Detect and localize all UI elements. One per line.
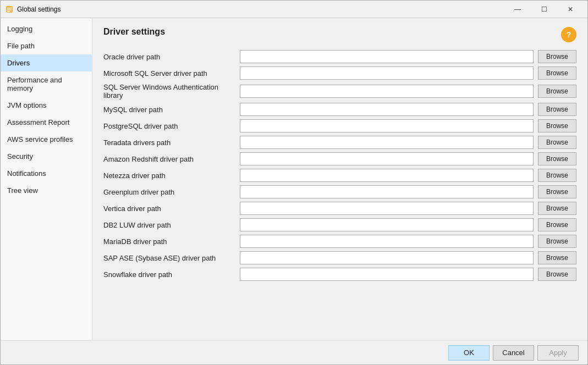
sidebar-item-drivers[interactable]: Drivers: [1, 54, 92, 71]
driver-input-postgresql[interactable]: [240, 119, 534, 132]
driver-row: Oracle driver pathBrowse: [103, 50, 576, 63]
sidebar-item-assessment-report[interactable]: Assessment Report: [1, 114, 92, 131]
browse-button-snowflake[interactable]: Browse: [538, 268, 576, 281]
driver-label-db2luw: DB2 LUW driver path: [103, 221, 235, 229]
driver-input-sql-win-auth[interactable]: [240, 85, 534, 98]
browse-button-vertica[interactable]: Browse: [538, 202, 576, 215]
sidebar-item-logging[interactable]: Logging: [1, 20, 92, 37]
driver-row: SQL Server Windows Authentication librar…: [103, 83, 576, 99]
browse-button-mssql[interactable]: Browse: [538, 67, 576, 80]
browse-button-netezza[interactable]: Browse: [538, 169, 576, 182]
driver-label-mariadb: MariaDB driver path: [103, 237, 235, 246]
driver-row: PostgreSQL driver pathBrowse: [103, 119, 576, 132]
browse-button-mariadb[interactable]: Browse: [538, 235, 576, 248]
window-title: Global settings: [17, 5, 505, 13]
sidebar-item-tree-view[interactable]: Tree view: [1, 182, 92, 199]
driver-label-sql-win-auth: SQL Server Windows Authentication librar…: [103, 83, 235, 99]
driver-label-mssql: Microsoft SQL Server driver path: [103, 69, 235, 78]
sidebar-item-notifications[interactable]: Notifications: [1, 165, 92, 182]
help-icon[interactable]: ?: [561, 27, 576, 42]
minimize-button[interactable]: —: [505, 2, 530, 16]
content-area: LoggingFile pathDriversPerformance and m…: [1, 18, 587, 340]
close-button[interactable]: ✕: [558, 2, 583, 16]
sidebar-item-performance-and-memory[interactable]: Performance and memory: [1, 71, 92, 97]
title-bar: Global settings — ☐ ✕: [1, 1, 587, 18]
global-settings-window: Global settings — ☐ ✕ LoggingFile pathDr…: [0, 0, 588, 365]
sidebar-item-aws-service-profiles[interactable]: AWS service profiles: [1, 131, 92, 148]
browse-button-mysql[interactable]: Browse: [538, 103, 576, 116]
sidebar: LoggingFile pathDriversPerformance and m…: [1, 18, 92, 340]
driver-label-mysql: MySQL driver path: [103, 106, 235, 114]
driver-label-greenplum: Greenplum driver path: [103, 188, 235, 196]
driver-label-oracle: Oracle driver path: [103, 53, 235, 61]
driver-input-sap-ase[interactable]: [240, 251, 534, 264]
driver-label-snowflake: Snowflake driver path: [103, 270, 235, 279]
driver-row: Microsoft SQL Server driver pathBrowse: [103, 67, 576, 80]
browse-button-db2luw[interactable]: Browse: [538, 218, 576, 231]
sidebar-item-file-path[interactable]: File path: [1, 37, 92, 54]
driver-input-mssql[interactable]: [240, 67, 534, 80]
browse-button-sap-ase[interactable]: Browse: [538, 251, 576, 264]
driver-input-db2luw[interactable]: [240, 218, 534, 231]
driver-row: MySQL driver pathBrowse: [103, 103, 576, 116]
window-icon: [5, 5, 14, 14]
driver-row: Amazon Redshift driver pathBrowse: [103, 152, 576, 165]
driver-input-greenplum[interactable]: [240, 185, 534, 198]
page-title: Driver settings: [103, 27, 165, 37]
driver-input-vertica[interactable]: [240, 202, 534, 215]
driver-row: Vertica driver pathBrowse: [103, 202, 576, 215]
svg-rect-2: [7, 9, 12, 10]
driver-label-sap-ase: SAP ASE (Sybase ASE) driver path: [103, 254, 235, 262]
driver-row: DB2 LUW driver pathBrowse: [103, 218, 576, 231]
cancel-button[interactable]: Cancel: [493, 345, 534, 361]
browse-button-oracle[interactable]: Browse: [538, 50, 576, 63]
browse-button-greenplum[interactable]: Browse: [538, 185, 576, 198]
driver-input-oracle[interactable]: [240, 50, 534, 63]
driver-row: MariaDB driver pathBrowse: [103, 235, 576, 248]
maximize-button[interactable]: ☐: [531, 2, 557, 16]
driver-input-netezza[interactable]: [240, 169, 534, 182]
drivers-list: Oracle driver pathBrowseMicrosoft SQL Se…: [103, 50, 576, 335]
driver-row: SAP ASE (Sybase ASE) driver pathBrowse: [103, 251, 576, 264]
main-header: Driver settings ?: [103, 27, 576, 42]
svg-rect-3: [7, 11, 10, 12]
browse-button-postgresql[interactable]: Browse: [538, 119, 576, 132]
title-bar-buttons: — ☐ ✕: [505, 2, 583, 16]
driver-input-teradata[interactable]: [240, 136, 534, 149]
driver-row: Netezza driver pathBrowse: [103, 169, 576, 182]
apply-button[interactable]: Apply: [537, 345, 579, 361]
driver-row: Teradata drivers pathBrowse: [103, 136, 576, 149]
main-content: Driver settings ? Oracle driver pathBrow…: [92, 18, 587, 340]
driver-input-mariadb[interactable]: [240, 235, 534, 248]
browse-button-sql-win-auth[interactable]: Browse: [538, 85, 576, 98]
bottom-bar: OK Cancel Apply: [1, 340, 587, 364]
driver-row: Snowflake driver pathBrowse: [103, 268, 576, 281]
driver-label-vertica: Vertica driver path: [103, 204, 235, 213]
driver-label-teradata: Teradata drivers path: [103, 139, 235, 147]
svg-rect-1: [7, 8, 12, 9]
driver-label-postgresql: PostgreSQL driver path: [103, 122, 235, 130]
browse-button-redshift[interactable]: Browse: [538, 152, 576, 165]
sidebar-item-security[interactable]: Security: [1, 148, 92, 165]
driver-input-snowflake[interactable]: [240, 268, 534, 281]
ok-button[interactable]: OK: [448, 345, 490, 361]
sidebar-item-jvm-options[interactable]: JVM options: [1, 97, 92, 114]
driver-input-redshift[interactable]: [240, 152, 534, 165]
driver-row: Greenplum driver pathBrowse: [103, 185, 576, 198]
driver-input-mysql[interactable]: [240, 103, 534, 116]
browse-button-teradata[interactable]: Browse: [538, 136, 576, 149]
driver-label-redshift: Amazon Redshift driver path: [103, 155, 235, 163]
driver-label-netezza: Netezza driver path: [103, 172, 235, 180]
